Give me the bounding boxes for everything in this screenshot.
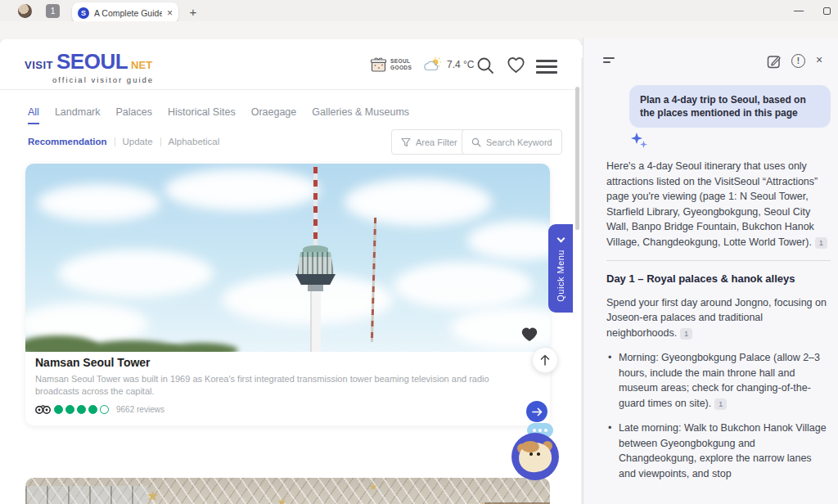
workspace-icon[interactable]: 1 [46,4,60,18]
tab-favicon-icon: S [78,7,89,19]
card-detail-arrow-button[interactable] [526,401,547,422]
browser-tab[interactable]: S A Complete Guide to Attr × [72,2,178,23]
funnel-icon [401,137,411,147]
new-tab-button[interactable]: + [187,5,200,18]
glass-wall [25,486,148,504]
info-icon[interactable]: ! [791,54,805,68]
rating-dot [88,405,97,414]
restore-icon [823,7,831,15]
tower-observation-deck [297,252,334,274]
search-small-icon [471,137,481,147]
day1-heading: Day 1 – Royal palaces & hanok alleys [606,272,831,287]
rating-dot [77,405,86,414]
divider [160,137,161,146]
section-divider [606,260,831,261]
seoul-goods-button[interactable]: SEOUL GOODS [370,56,412,73]
tower-column [310,291,321,352]
tab-galleries-museums[interactable]: Galleries & Museums [312,106,409,124]
tab-landmark[interactable]: Landmark [55,106,101,124]
window-restore-button[interactable] [815,2,838,20]
site-header: VISIT SEOUL NET official visitor guide S… [0,39,581,90]
photo-like-heart-icon[interactable] [520,325,539,343]
day1-lead-paragraph: Spend your first day around Jongno, focu… [606,295,831,341]
citation-badge[interactable]: 1 [815,237,827,249]
weather-widget[interactable]: 7.4 °C [424,56,474,73]
right-arrow-icon [532,407,543,416]
rating-dot [100,405,109,414]
tab-historical-sites[interactable]: Historical Sites [168,106,236,124]
broadcast-mast [371,218,376,342]
starfield-library-photo[interactable]: ★ ★ ★ ★ ★ [25,478,550,504]
new-chat-compose-icon[interactable] [767,54,782,69]
sidebar-close-icon[interactable]: × [816,53,822,66]
star-ornament: ★ [277,496,287,504]
quick-menu-chevron-icon [556,234,565,242]
star-ornament: ★ [369,481,378,493]
window-minimize-button[interactable]: — [787,2,810,20]
sort-update[interactable]: Update [123,137,153,146]
tab-oraegage[interactable]: Oraegage [251,106,297,124]
sort-recommendation[interactable]: Recommendation [28,137,107,146]
area-filter-button[interactable]: Area Filter [391,129,467,155]
namsan-tower-photo[interactable] [25,164,550,352]
quick-menu-label: Quick Menu [556,250,565,302]
tab-title: A Complete Guide to Attr [94,8,162,18]
rating-row: 9662 reviews [35,404,164,415]
webpage-viewport: VISIT SEOUL NET official visitor guide S… [0,39,581,504]
gift-icon [370,56,387,73]
star-ornament: ★ [146,488,159,504]
star-ornament: ★ [477,499,488,504]
page-scrollbar-thumb[interactable] [575,87,579,230]
tab-all[interactable]: All [28,106,39,124]
assistant-mascot-sticker[interactable] [511,433,559,480]
user-message-bubble: Plan a 4-day trip to Seoul, based on the… [629,85,831,128]
mascot-fur-patch [521,441,539,452]
logo-net: NET [131,59,152,71]
assistant-sidebar: ! × Plan a 4-day trip to Seoul, based on… [583,38,838,504]
sort-alphabetical[interactable]: Alphabetical [169,137,220,146]
search-keyword-label: Search Keyword [486,137,552,147]
quick-menu-tab[interactable]: Quick Menu [548,224,573,313]
mascot-eye [529,452,533,456]
category-tabs: All Landmark Palaces Historical Sites Or… [28,106,409,124]
mascot-eye [537,452,540,456]
card-description: Namsan Seoul Tower was built in 1969 as … [35,373,533,398]
assistant-response: Here's a 4-day Seoul itinerary that uses… [606,159,831,491]
rating-dot [65,405,74,414]
history-menu-icon[interactable] [603,57,615,65]
ai-sparkle-icon [629,131,649,151]
itinerary-bullet-late-morning: Late morning: Walk to Bukchon Hanok Vill… [606,421,831,481]
citation-badge[interactable]: 1 [714,398,727,410]
browser-toolbar: ‹ › ⌂ ⟳ english.visitseoul.net/attractio… [0,21,838,39]
goods-label-line1: SEOUL [390,58,412,65]
scroll-to-top-button[interactable] [532,347,558,373]
visitseoul-logo[interactable]: VISIT SEOUL NET [25,49,152,74]
up-arrow-icon [540,354,550,366]
attraction-card-namsan[interactable]: Namsan Seoul Tower Namsan Seoul Tower wa… [25,164,550,425]
tripadvisor-owl-icon [35,404,51,415]
tower-cap [303,245,328,253]
area-filter-label: Area Filter [416,137,457,147]
card-title[interactable]: Namsan Seoul Tower [35,356,151,369]
tab-close-icon[interactable]: × [167,8,173,18]
goods-label-line2: GOODS [390,65,412,71]
temperature-text: 7.4 °C [447,59,474,70]
search-keyword-button[interactable]: Search Keyword [462,129,562,155]
divider [115,137,115,146]
sort-options: Recommendation Update Alphabetical [28,137,219,146]
rating-dot [54,405,63,414]
tower-neck [308,285,323,291]
itinerary-bullet-morning: Morning: Gyeongbokgung Palace (allow 2–3… [606,350,831,411]
profile-avatar[interactable] [18,4,32,18]
tab-palaces[interactable]: Palaces [116,106,152,124]
logo-visit: VISIT [25,59,53,71]
wishlist-heart-icon[interactable] [507,56,525,74]
sun-cloud-icon [424,56,444,73]
logo-seoul: SEOUL [56,49,128,74]
menu-hamburger-icon[interactable] [536,60,557,77]
logo-tagline: official visitor guide [52,75,154,84]
assistant-intro-paragraph: Here's a 4-day Seoul itinerary that uses… [606,159,831,250]
search-icon[interactable] [476,56,495,75]
browser-titlebar: 1 S A Complete Guide to Attr × + — [0,0,838,23]
citation-badge[interactable]: 1 [680,328,692,340]
